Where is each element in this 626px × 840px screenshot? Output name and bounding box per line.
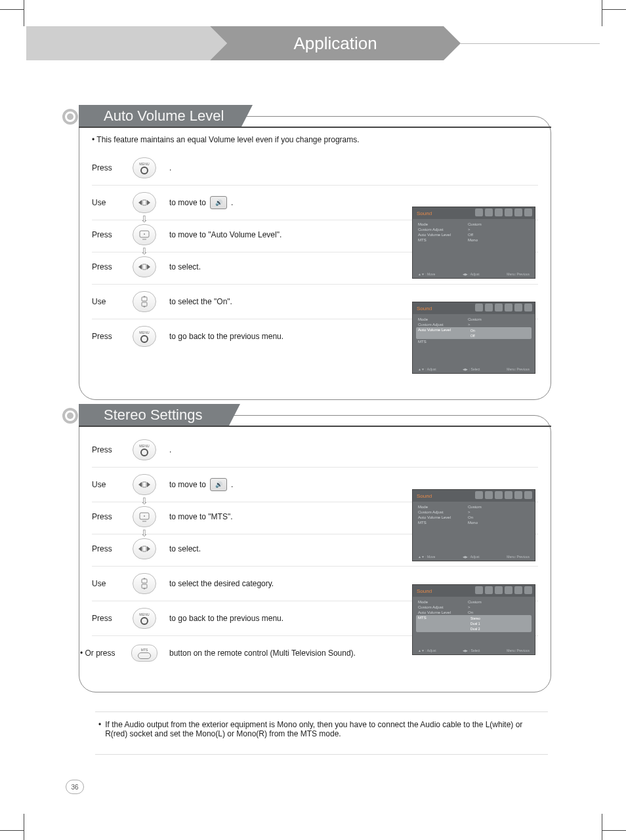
menu-label: MENU [139, 162, 150, 166]
remote-down-button-icon [131, 506, 157, 527]
crop-mark [24, 814, 24, 840]
svg-marker-14 [147, 482, 150, 487]
osd-foot: ▲▼ : Adjust [418, 649, 436, 652]
osd-option: Dual 2 [468, 627, 483, 631]
svg-marker-24 [143, 578, 146, 579]
svg-point-4 [144, 233, 145, 235]
osd-foot: ▲▼ : Adjust [418, 367, 436, 371]
divider [95, 711, 548, 712]
osd-option: Stereo [468, 616, 483, 620]
osd-key: MTS [418, 340, 459, 344]
osd-screenshot-sound-list-on: Sound ModeCustom Custom Adjust> Auto Vol… [412, 489, 535, 561]
step-verb: Use [92, 480, 119, 489]
page: Application Auto Volume Level This featu… [0, 0, 626, 840]
step-verb: Use [92, 297, 119, 306]
crop-mark [0, 830, 24, 831]
osd-option: Off [468, 334, 478, 338]
svg-point-17 [144, 515, 145, 517]
osd-val: Mono [468, 521, 478, 525]
svg-marker-25 [143, 588, 146, 590]
svg-rect-9 [142, 297, 147, 301]
remote-left-right-button-icon [131, 538, 157, 559]
remote-left-right-button-icon [131, 192, 157, 213]
svg-rect-10 [142, 302, 147, 306]
crop-mark [602, 830, 626, 831]
step-desc: . [169, 163, 538, 172]
step-desc-post: . [231, 198, 233, 207]
osd-foot: ◀▶ : Adjust [463, 555, 480, 559]
svg-marker-12 [143, 306, 146, 308]
osd-screenshot-avl-options: Sound ModeCustom Custom Adjust> Auto Vol… [412, 302, 535, 374]
crop-mark [24, 0, 24, 26]
osd-key: Custom Adjust [418, 323, 459, 327]
osd-key: MTS [418, 616, 459, 631]
svg-rect-15 [142, 482, 146, 487]
osd-option: On [468, 329, 478, 332]
footnote: •If the Audio output from the exterior e… [98, 720, 545, 738]
osd-foot: Menu: Previous [507, 367, 530, 371]
osd-foot: Menu: Previous [507, 555, 530, 559]
osd-val: Custom [468, 317, 482, 321]
remote-down-button-icon [131, 224, 157, 245]
osd-key: MTS [418, 238, 459, 242]
section-auto-volume-level: Auto Volume Level This feature maintains… [66, 105, 551, 400]
or-press-label: • Or press [80, 649, 119, 658]
svg-marker-6 [138, 264, 142, 270]
svg-marker-7 [147, 264, 150, 270]
svg-marker-1 [147, 200, 150, 205]
step-row: Press MENU . [92, 151, 538, 186]
osd-key: Mode [418, 505, 459, 509]
osd-val: Custom [468, 505, 482, 509]
page-number: 36 [66, 780, 84, 794]
crop-mark [602, 814, 602, 840]
mts-label: MTS [141, 648, 148, 652]
crop-mark [0, 9, 24, 10]
osd-key: Mode [418, 600, 459, 604]
svg-rect-8 [142, 264, 146, 270]
svg-marker-20 [147, 546, 150, 551]
svg-rect-21 [142, 546, 146, 551]
osd-val: On [468, 610, 473, 614]
step-desc-post: . [231, 480, 233, 489]
osd-val: > [468, 228, 470, 231]
section-title: Stereo Settings [79, 404, 228, 427]
step-verb: Press [92, 163, 119, 172]
page-title: Application [227, 26, 444, 60]
svg-marker-13 [138, 482, 142, 487]
osd-foot: ◀▶ : Adjust [463, 272, 480, 276]
osd-key: Auto Volume Level [418, 328, 459, 338]
section-title-underline [79, 426, 551, 427]
footnote-text: If the Audio output from the exterior eq… [105, 720, 545, 738]
remote-menu-button-icon: MENU [131, 608, 157, 629]
osd-title: Sound [417, 493, 432, 499]
section-title-underline [79, 127, 551, 128]
step-row: Press MENU . [92, 433, 538, 468]
step-verb: Press [92, 332, 119, 341]
osd-val: Off [468, 233, 473, 237]
svg-rect-23 [142, 584, 147, 588]
svg-rect-22 [142, 579, 147, 583]
osd-key: Auto Volume Level [418, 610, 459, 614]
sound-menu-icon: 🔊 [210, 196, 227, 209]
svg-marker-19 [138, 546, 142, 551]
osd-title: Sound [417, 588, 432, 594]
step-verb: Use [92, 198, 119, 207]
step-desc-pre: to move to [169, 480, 206, 489]
osd-key: Custom Adjust [418, 228, 459, 231]
osd-key: Auto Volume Level [418, 233, 459, 237]
osd-key: Mode [418, 317, 459, 321]
osd-screenshot-mts-options: Sound ModeCustom Custom Adjust> Auto Vol… [412, 584, 535, 655]
osd-foot: ◀▶ : Select [463, 649, 480, 652]
osd-key: Auto Volume Level [418, 515, 459, 519]
osd-option: Dual 1 [468, 622, 483, 626]
header-left-bar [26, 26, 210, 60]
page-header: Application [26, 26, 600, 60]
remote-menu-button-icon: MENU [131, 326, 157, 347]
remote-menu-button-icon: MENU [131, 439, 157, 460]
osd-foot: ▲▼ : Move [418, 555, 435, 559]
svg-marker-11 [143, 296, 146, 297]
osd-val: > [468, 605, 470, 609]
divider [95, 754, 548, 755]
osd-foot: Menu: Previous [507, 272, 530, 276]
section-title: Auto Volume Level [79, 105, 241, 128]
